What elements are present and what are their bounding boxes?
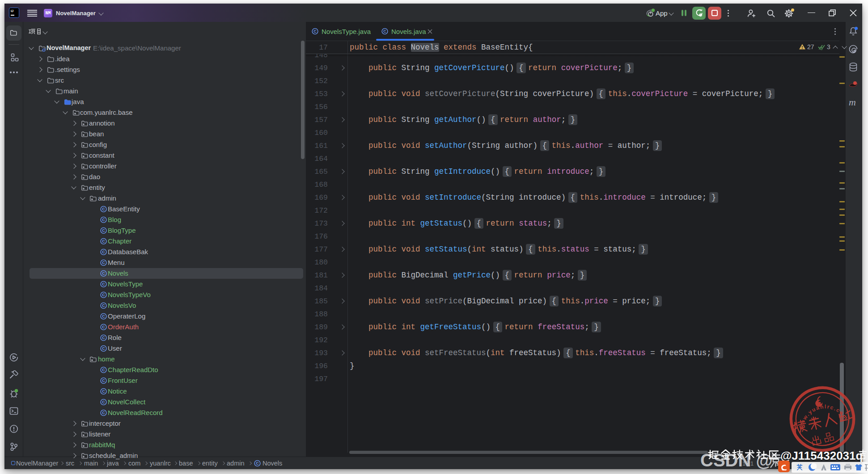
svg-text:C: C xyxy=(102,314,105,319)
svg-text:C: C xyxy=(102,293,105,297)
svg-text:C: C xyxy=(102,336,105,340)
svg-text:C: C xyxy=(102,260,105,265)
svg-text:C: C xyxy=(102,250,105,254)
svg-text:C: C xyxy=(102,282,105,286)
svg-text:C: C xyxy=(383,29,386,34)
svg-text:C: C xyxy=(102,271,105,276)
svg-text:C: C xyxy=(102,368,105,372)
svg-text:C: C xyxy=(102,400,105,404)
svg-text:IJ: IJ xyxy=(11,9,13,13)
svg-text:C: C xyxy=(102,325,105,329)
svg-text:C: C xyxy=(102,239,105,243)
svg-text:C: C xyxy=(102,378,105,383)
svg-text:C: C xyxy=(102,218,105,222)
svg-text:C: C xyxy=(102,228,105,233)
svg-text:C: C xyxy=(313,29,317,34)
svg-text:C: C xyxy=(102,389,105,394)
svg-text:C: C xyxy=(102,207,105,211)
svg-text:C: C xyxy=(256,461,259,466)
svg-text:C: C xyxy=(102,346,105,351)
svg-text:C: C xyxy=(102,411,105,415)
svg-text:C: C xyxy=(102,303,105,308)
